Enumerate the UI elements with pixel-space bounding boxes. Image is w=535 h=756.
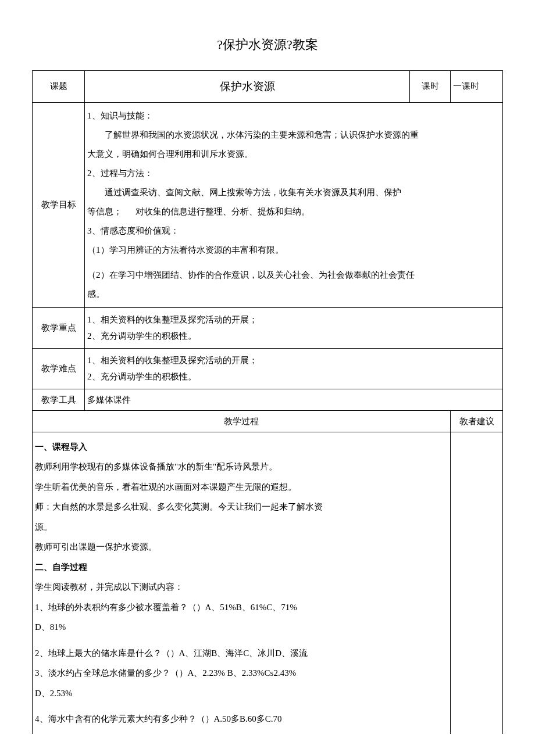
goals-line: （2）在学习中增强团结、协作的合作意识，以及关心社会、为社会做奉献的社会责任 <box>87 266 500 285</box>
goals-line: 感。 <box>87 285 500 304</box>
goals-line-part: 对收集的信息进行整理、分析、提炼和归纳。 <box>135 207 310 216</box>
difficulty-label: 教学难点 <box>33 348 85 389</box>
document-title: ?保护水资源?教案 <box>32 35 503 54</box>
goals-content: 1、知识与技能： 了解世界和我国的水资源状况，水体污染的主要来源和危害；认识保护… <box>85 102 503 307</box>
goals-line: 了解世界和我国的水资源状况，水体污染的主要来源和危害；认识保护水资源的重 <box>87 126 500 145</box>
difficulty-content: 1、相关资料的收集整理及探究活动的开展； 2、充分调动学生的积极性。 <box>85 348 503 389</box>
keypoint-content: 1、相关资料的收集整理及探究活动的开展； 2、充分调动学生的积极性。 <box>85 307 503 348</box>
process-line: 学生听着优美的音乐，看着壮观的水画面对本课题产生无限的遐想。 <box>35 482 297 492</box>
topic-value: 保护水资源 <box>85 71 410 103</box>
section-heading: 二、自学过程 <box>35 562 87 572</box>
section-heading: 一、课程导入 <box>35 442 87 452</box>
process-line: 源。 <box>35 522 52 532</box>
process-content: 一、课程导入 教师利用学校现有的多媒体设备播放"水的新生"配乐诗风景片。 学生听… <box>33 432 451 734</box>
keypoint-line: 1、相关资料的收集整理及探究活动的开展； <box>87 315 258 324</box>
goals-line: 3、情感态度和价值观： <box>87 221 500 241</box>
goals-line: 等信息； 对收集的信息进行整理、分析、提炼和归纳。 <box>87 202 500 221</box>
lesson-plan-table: 课题 保护水资源 课时 一课时 教学目标 1、知识与技能： 了解世界和我国的水资… <box>32 70 503 734</box>
tools-label: 教学工具 <box>33 389 85 410</box>
process-line: 学生阅读教材，并完成以下测试内容： <box>35 582 183 592</box>
goals-line: 2、过程与方法： <box>87 164 500 183</box>
question-line: D、81% <box>35 622 66 632</box>
goals-line: （1）学习用辨证的方法看待水资源的丰富和有限。 <box>87 241 500 260</box>
question-line: 3、淡水约占全球总水储量的多少？（）A、2.23% B、2.33%Cs2.43% <box>35 668 296 678</box>
suggestions-cell <box>451 432 503 734</box>
difficulty-row: 教学难点 1、相关资料的收集整理及探究活动的开展； 2、充分调动学生的积极性。 <box>33 348 503 389</box>
keypoint-label: 教学重点 <box>33 307 85 348</box>
question-line: 4、海水中含有的化学元素大约有多少种？（）A.50多B.60多C.70 <box>35 714 282 723</box>
question-line: 1、地球的外表积约有多少被水覆盖着？（）A、51%B、61%C、71% <box>35 603 297 612</box>
process-header-left: 教学过程 <box>33 410 451 432</box>
tools-row: 教学工具 多媒体课件 <box>33 389 503 410</box>
process-header-row: 教学过程 教者建议 <box>33 410 503 432</box>
period-value: 一课时 <box>451 71 503 103</box>
process-body-row: 一、课程导入 教师利用学校现有的多媒体设备播放"水的新生"配乐诗风景片。 学生听… <box>33 432 503 734</box>
period-label: 课时 <box>410 71 451 103</box>
header-row: 课题 保护水资源 课时 一课时 <box>33 71 503 103</box>
keypoint-row: 教学重点 1、相关资料的收集整理及探究活动的开展； 2、充分调动学生的积极性。 <box>33 307 503 348</box>
process-header-right: 教者建议 <box>451 410 503 432</box>
question-line: D、2.53% <box>35 689 73 698</box>
goals-line: 大意义，明确如何合理利用和训斥水资源。 <box>87 145 500 164</box>
difficulty-line: 1、相关资料的收集整理及探究活动的开展； <box>87 356 258 365</box>
process-line: 师：大自然的水景是多么壮观、多么变化莫测。今天让我们一起来了解水资 <box>35 502 323 511</box>
tools-value: 多媒体课件 <box>85 389 503 410</box>
question-line: 2、地球上最大的储水库是什么？（）A、江湖B、海洋C、冰川D、溪流 <box>35 648 308 658</box>
process-line: 教师利用学校现有的多媒体设备播放"水的新生"配乐诗风景片。 <box>35 462 277 471</box>
difficulty-line: 2、充分调动学生的积极性。 <box>87 372 197 381</box>
goals-label: 教学目标 <box>33 102 85 307</box>
goals-line: 通过调查采访、查阅文献、网上搜索等方法，收集有关水资源及其利用、保护 <box>87 183 500 202</box>
keypoint-line: 2、充分调动学生的积极性。 <box>87 331 197 341</box>
process-line: 教师可引出课题一保护水资源。 <box>35 542 157 551</box>
goals-line-part: 等信息； <box>87 207 122 216</box>
topic-label: 课题 <box>33 71 85 103</box>
goals-row: 教学目标 1、知识与技能： 了解世界和我国的水资源状况，水体污染的主要来源和危害… <box>33 102 503 307</box>
goals-line: 1、知识与技能： <box>87 106 500 126</box>
